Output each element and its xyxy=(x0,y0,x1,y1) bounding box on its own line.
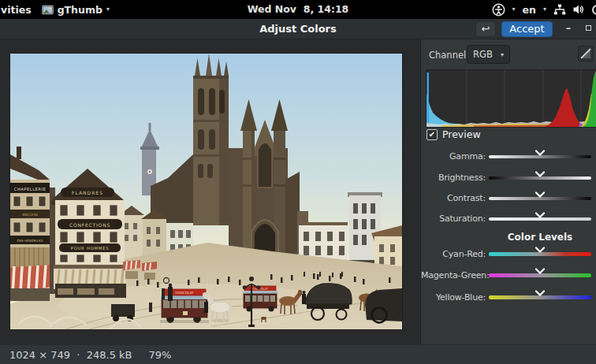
magenta-green-slider[interactable] xyxy=(489,273,591,277)
yellow-blue-slider[interactable] xyxy=(489,295,591,299)
sign-confections: CONFECTIONS xyxy=(69,222,110,228)
preview-checkbox[interactable]: ✔ xyxy=(427,129,438,140)
volume-icon[interactable] xyxy=(573,4,585,15)
network-icon[interactable] xyxy=(553,4,566,15)
photo-svg: CHAPELLERIE ANÇOISE ENS-HENDRICKX xyxy=(10,54,402,329)
cyan-red-label: Cyan-Red: xyxy=(421,247,486,262)
maximize-icon xyxy=(586,25,591,31)
slider-handle-icon[interactable] xyxy=(535,247,546,253)
gnome-top-bar: vities gThumb ▾ Wed Nov 8, 14:18 ▾ en xyxy=(0,0,596,19)
slider-row-contrast: Contrast: xyxy=(421,191,596,206)
chevron-down-icon: ▾ xyxy=(512,0,516,19)
slider-row-brightness: Brightness: xyxy=(421,171,596,185)
undo-icon: ↩ xyxy=(482,23,490,35)
brightness-slider[interactable] xyxy=(489,176,591,180)
yellow-blue-label: Yellow-Blue: xyxy=(421,291,486,305)
image-size-info: 1024 × 749 · 248.5 kB xyxy=(9,349,132,361)
caret-down-icon: ▾ xyxy=(501,51,504,58)
clock[interactable]: Wed Nov 8, 14:18 xyxy=(248,0,349,19)
sign-pour-hommes: POUR HOMMES xyxy=(71,246,110,251)
chevron-down-icon: ▾ xyxy=(543,0,546,19)
app-menu-button[interactable]: gThumb ▾ xyxy=(42,0,110,19)
slider-handle-icon[interactable] xyxy=(535,150,546,156)
activities-button[interactable]: vities xyxy=(1,4,32,16)
slider-handle-icon[interactable] xyxy=(535,290,546,296)
preview-row: ✔ Preview xyxy=(421,128,596,142)
gamma-label: Gamma: xyxy=(421,150,486,164)
zoom-level: 79% xyxy=(149,349,172,361)
main-area: CHAPELLERIE ANÇOISE ENS-HENDRICKX xyxy=(0,39,596,344)
saturation-label: Saturation: xyxy=(421,212,486,226)
brightness-label: Brightness: xyxy=(421,171,486,185)
slider-handle-icon[interactable] xyxy=(535,212,546,218)
accessibility-icon[interactable] xyxy=(492,3,505,17)
slider-row-gamma: Gamma: xyxy=(421,150,596,164)
undo-button[interactable]: ↩ xyxy=(475,21,496,37)
sign-chocolat: CHOCOLAT xyxy=(252,288,269,291)
histogram-svg xyxy=(427,70,596,127)
accept-button[interactable]: Accept xyxy=(501,21,553,37)
app-menu-label: gThumb xyxy=(58,4,102,16)
contrast-label: Contrast: xyxy=(421,191,486,206)
sign-francoise: ANÇOISE xyxy=(22,213,38,217)
slider-row-cyan-red: Cyan-Red: xyxy=(421,247,596,262)
magenta-green-label: Magenta-Green: xyxy=(421,269,486,283)
slider-row-magenta-green: Magenta-Green: xyxy=(421,269,596,283)
sign-hendrickx: ENS-HENDRICKX xyxy=(17,239,43,243)
minimize-button[interactable]: – xyxy=(561,20,576,36)
slider-row-saturation: Saturation: xyxy=(421,212,596,226)
slider-row-yellow-blue: Yellow-Blue: xyxy=(421,291,596,305)
histogram-display xyxy=(426,69,596,128)
contrast-slider[interactable] xyxy=(489,197,591,200)
channel-value: RGB xyxy=(473,49,493,60)
image-viewer-area: CHAPELLERIE ANÇOISE ENS-HENDRICKX xyxy=(0,39,420,344)
gthumb-app-icon xyxy=(42,5,54,15)
sign-chapellerie: CHAPELLERIE xyxy=(14,187,46,191)
keyboard-layout-indicator[interactable]: en xyxy=(523,4,536,16)
linear-scale-icon xyxy=(580,48,591,59)
color-levels-title: Color Levels xyxy=(489,232,591,243)
sign-flandres: FLANDRES xyxy=(72,190,103,195)
channel-dropdown[interactable]: RGB ▾ xyxy=(467,45,510,64)
chevron-down-icon: ▾ xyxy=(106,0,110,19)
screen: vities gThumb ▾ Wed Nov 8, 14:18 ▾ en xyxy=(0,0,596,364)
maximize-button[interactable] xyxy=(583,24,593,33)
photo-preview: CHAPELLERIE ANÇOISE ENS-HENDRICKX xyxy=(10,54,402,329)
preview-label: Preview xyxy=(442,128,481,140)
check-icon: ✔ xyxy=(429,130,435,139)
slider-handle-icon[interactable] xyxy=(535,171,546,177)
histogram-scale-toggle-button[interactable] xyxy=(578,46,594,61)
slider-handle-icon[interactable] xyxy=(535,268,546,274)
slider-handle-icon[interactable] xyxy=(535,191,546,198)
header-bar: Adjust Colors ↩ Accept – xyxy=(0,19,596,39)
status-bar: 1024 × 749 · 248.5 kB 79% xyxy=(0,344,596,364)
saturation-slider[interactable] xyxy=(489,217,591,221)
gamma-slider[interactable] xyxy=(489,155,591,158)
adjust-colors-panel: Channel: RGB ▾ xyxy=(420,39,596,344)
channel-label: Channel: xyxy=(429,50,469,61)
cyan-red-slider[interactable] xyxy=(489,252,591,256)
power-menu-icon[interactable] xyxy=(592,5,596,15)
sign-chocolat: CHOCOLAT xyxy=(175,291,194,295)
